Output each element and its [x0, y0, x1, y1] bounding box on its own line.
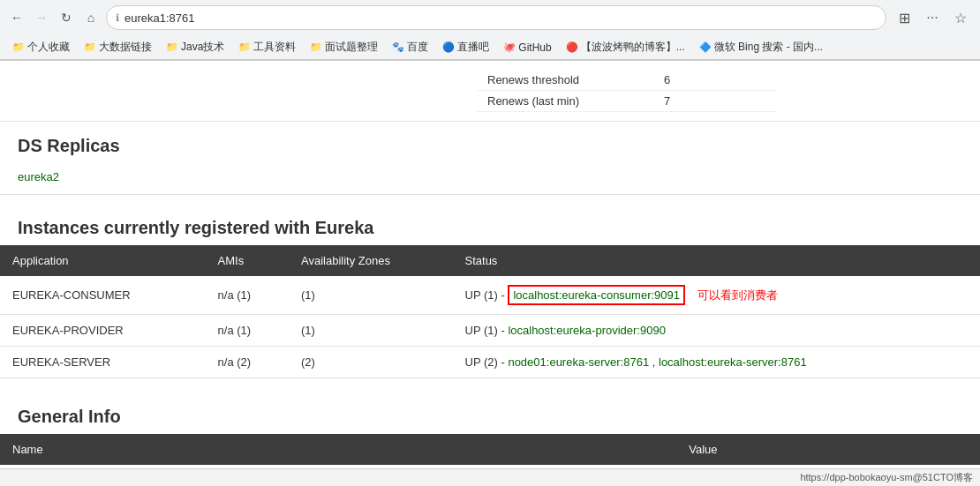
folder-icon: 📁 — [238, 41, 251, 53]
amis-value: n/a (1) — [206, 276, 289, 315]
bookmark-label: 大数据链接 — [99, 40, 152, 55]
service-link[interactable]: localhost:eureka-provider:9090 — [508, 324, 666, 337]
refresh-button[interactable]: ↻ — [57, 8, 76, 27]
folder-icon: 📁 — [12, 41, 25, 53]
stats-section: Renews threshold 6 Renews (last min) 7 — [477, 61, 962, 121]
status-text: https://dpp-bobokaoyu-sm@51CTO博客 — [800, 471, 973, 484]
col-value: Value — [676, 434, 980, 465]
status-value: UP (1) - localhost:eureka-provider:9090 — [453, 315, 980, 347]
app-name: EUREKA-SERVER — [0, 347, 206, 378]
bookmark-interview[interactable]: 📁 面试题整理 — [305, 38, 383, 56]
stat-value: 6 — [653, 70, 777, 91]
instances-heading: Instances currently registered with Eure… — [0, 204, 980, 245]
folder-icon: 📁 — [166, 41, 178, 53]
annotation-text: 可以看到消费者 — [697, 288, 778, 302]
app-name: EUREKA-CONSUMER — [0, 276, 206, 315]
bookmark-label: Java技术 — [181, 40, 224, 55]
browser-chrome: ← → ↻ ⌂ ℹ eureka1:8761 ⊞ ··· ☆ 📁 个人收藏 📁 … — [0, 0, 980, 61]
instances-table: Application AMIs Availability Zones Stat… — [0, 245, 980, 378]
bookmark-label: 百度 — [407, 40, 428, 55]
folder-icon: 📁 — [84, 41, 96, 53]
amis-value: n/a (1) — [206, 315, 289, 347]
bookmark-personal[interactable]: 📁 个人收藏 — [7, 38, 75, 56]
ds-replicas-heading: DS Replicas — [0, 122, 980, 163]
star-button[interactable]: ☆ — [948, 5, 973, 30]
status-text: UP (1) - — [465, 324, 509, 337]
status-text: UP (1) - — [465, 288, 509, 302]
bookmark-bing[interactable]: 🔷 微软 Bing 搜索 - 国内... — [694, 38, 828, 56]
bookmark-label: 微软 Bing 搜索 - 国内... — [714, 40, 823, 55]
table-row: EUREKA-CONSUMER n/a (1) (1) UP (1) - loc… — [0, 276, 980, 315]
stat-name: Renews (last min) — [477, 91, 653, 112]
bookmark-label: 直播吧 — [457, 40, 489, 55]
stat-value: 7 — [653, 91, 777, 112]
bing-icon: 🔷 — [699, 41, 712, 53]
col-application: Application — [0, 245, 206, 276]
general-info-heading: General Info — [0, 393, 980, 434]
bookmark-tools[interactable]: 📁 工具资料 — [233, 38, 301, 56]
service-link[interactable]: localhost:eureka-consumer:9091 — [513, 288, 680, 302]
status-value: UP (2) - node01:eureka-server:8761 , loc… — [453, 347, 980, 378]
ds-replicas-section: DS Replicas eureka2 — [0, 121, 980, 195]
bookmark-label: 【波波烤鸭的博客】... — [581, 40, 685, 55]
service-link-localhost[interactable]: localhost:eureka-server:8761 — [659, 355, 807, 369]
service-link-node01[interactable]: node01:eureka-server:8761 — [508, 355, 649, 369]
stats-row-renews-threshold: Renews threshold 6 — [477, 70, 777, 91]
table-row: EUREKA-PROVIDER n/a (1) (1) UP (1) - loc… — [0, 315, 980, 347]
instances-table-header: Application AMIs Availability Zones Stat… — [0, 245, 980, 276]
stat-name: Renews threshold — [477, 70, 653, 91]
security-icon: ℹ — [116, 12, 119, 24]
live-icon: 🔵 — [442, 41, 455, 53]
bookmarks-bar: 📁 个人收藏 📁 大数据链接 📁 Java技术 📁 工具资料 📁 面试题整理 🐾… — [0, 35, 980, 60]
amis-value: n/a (2) — [206, 347, 289, 378]
bookmark-live[interactable]: 🔵 直播吧 — [437, 38, 494, 56]
home-button[interactable]: ⌂ — [81, 8, 101, 27]
bookmark-label: GitHub — [518, 41, 551, 54]
bookmark-blog[interactable]: 🔴 【波波烤鸭的博客】... — [561, 38, 690, 56]
address-bar[interactable]: ℹ eureka1:8761 — [106, 5, 886, 30]
bookmark-label: 面试题整理 — [325, 40, 378, 55]
extensions-button[interactable]: ⊞ — [892, 5, 916, 30]
bookmark-label: 工具资料 — [253, 40, 296, 55]
baidu-icon: 🐾 — [392, 41, 404, 53]
forward-button[interactable]: → — [32, 8, 51, 27]
bookmark-github[interactable]: 🐙 GitHub — [498, 40, 556, 56]
status-value: UP (1) - localhost:eureka-consumer:9091 … — [453, 276, 980, 315]
app-name: EUREKA-PROVIDER — [0, 315, 206, 347]
browser-toolbar: ← → ↻ ⌂ ℹ eureka1:8761 ⊞ ··· ☆ — [0, 0, 980, 35]
zones-value: (1) — [289, 315, 453, 347]
bookmark-java[interactable]: 📁 Java技术 — [161, 38, 230, 56]
bookmark-label: 个人收藏 — [27, 40, 70, 55]
folder-icon: 📁 — [310, 41, 322, 53]
col-zones: Availability Zones — [289, 245, 453, 276]
github-icon: 🐙 — [503, 41, 516, 53]
stats-table: Renews threshold 6 Renews (last min) 7 — [477, 70, 777, 112]
back-button[interactable]: ← — [7, 8, 26, 27]
stats-row-renews-lastmin: Renews (last min) 7 — [477, 91, 777, 112]
annotated-link-box: localhost:eureka-consumer:9091 — [508, 285, 685, 305]
col-name: Name — [0, 434, 676, 465]
toolbar-actions: ⊞ ··· ☆ — [892, 5, 973, 30]
status-text: UP (2) - — [465, 355, 509, 369]
col-amis: AMIs — [206, 245, 289, 276]
zones-value: (1) — [289, 276, 453, 315]
separator: , — [652, 355, 659, 369]
url-text: eureka1:8761 — [124, 11, 877, 25]
instances-section: Instances currently registered with Eure… — [0, 204, 980, 378]
replica-link-eureka2[interactable]: eureka2 — [0, 163, 980, 194]
page-content: Renews threshold 6 Renews (last min) 7 D… — [0, 61, 980, 486]
general-info-header: Name Value — [0, 434, 980, 465]
zones-value: (2) — [289, 347, 453, 378]
status-bar: https://dpp-bobokaoyu-sm@51CTO博客 — [0, 468, 980, 486]
col-status: Status — [453, 245, 980, 276]
table-row: EUREKA-SERVER n/a (2) (2) UP (2) - node0… — [0, 347, 980, 378]
blog-icon: 🔴 — [566, 41, 578, 53]
more-button[interactable]: ··· — [920, 5, 945, 30]
bookmark-baidu[interactable]: 🐾 百度 — [387, 38, 433, 56]
bookmark-bigdata[interactable]: 📁 大数据链接 — [79, 38, 157, 56]
